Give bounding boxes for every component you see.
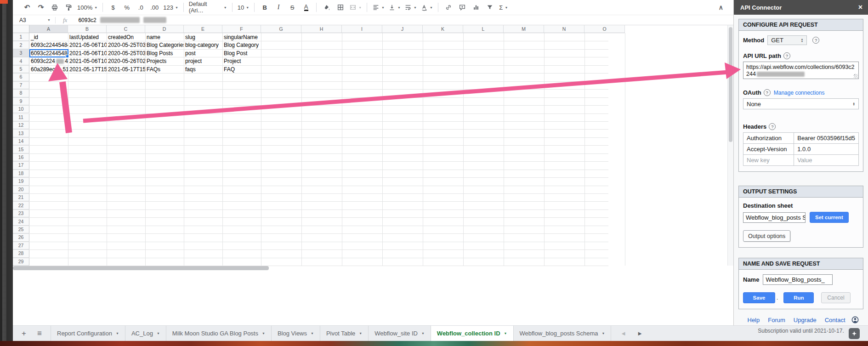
row-header-25[interactable]: 25	[13, 226, 29, 233]
grid-cell[interactable]: FAQs	[145, 65, 184, 73]
bold-button[interactable]: B	[258, 2, 272, 13]
row-header-28[interactable]: 28	[13, 250, 29, 257]
row-header-23[interactable]: 23	[13, 210, 29, 217]
footer-link-upgrade[interactable]: Upgrade	[794, 317, 817, 323]
grid-cell[interactable]: FAQ	[222, 65, 261, 73]
grid-cell[interactable]: 2021-05-06T10:	[68, 41, 107, 49]
tab-pivot-table[interactable]: Pivot Table▼	[320, 326, 369, 341]
row-header-10[interactable]: 10	[13, 105, 29, 113]
format-currency-button[interactable]: $	[106, 2, 120, 13]
tab-webflow-collection-id[interactable]: Webflow_collection ID▼	[431, 326, 514, 341]
create-filter-icon[interactable]	[483, 2, 497, 13]
row-header-15[interactable]: 15	[13, 145, 29, 153]
method-select[interactable]: GET ▲▼	[767, 35, 807, 45]
zoom-button[interactable]: 100%▼	[75, 2, 99, 13]
decrease-decimal-places-button[interactable]: .0	[134, 2, 148, 13]
tab-report-configuration[interactable]: Report Configuration▼	[51, 326, 125, 341]
row-header-9[interactable]: 9	[13, 97, 29, 105]
grid-cell[interactable]: 2020-05-26T02:	[107, 57, 145, 65]
vertical-align-icon[interactable]: ▼	[386, 2, 403, 13]
tab-scroll-right-icon[interactable]: ▶	[635, 331, 644, 336]
tab-blog-views[interactable]: Blog Views▼	[272, 326, 320, 341]
close-icon[interactable]: ×	[858, 3, 862, 11]
tab-webflow-blog-posts-schema[interactable]: Webflow_blog_posts Schema▼	[514, 326, 612, 341]
help-icon[interactable]: ?	[812, 37, 819, 44]
grid-cell[interactable]: _id	[29, 33, 68, 41]
fill-handle[interactable]	[66, 55, 69, 58]
row-header-16[interactable]: 16	[13, 153, 29, 161]
header-value-cell[interactable]: 1.0.0	[794, 144, 859, 155]
column-header-n[interactable]: N	[544, 25, 584, 33]
redo-icon[interactable]: ↷	[34, 2, 48, 13]
italic-button[interactable]: I	[272, 2, 285, 13]
column-header-h[interactable]: H	[301, 25, 342, 33]
tab-webflow-site-id[interactable]: Webflow_site ID▼	[369, 326, 431, 341]
row-header-27[interactable]: 27	[13, 242, 29, 250]
row-header-5[interactable]: 5	[13, 65, 29, 73]
tab-scroll-left-icon[interactable]: ◀	[618, 331, 628, 336]
name-box[interactable]: A3 ▼	[13, 17, 51, 23]
undo-icon[interactable]: ↶	[20, 2, 34, 13]
all-sheets-icon[interactable]: ≡	[35, 329, 44, 338]
grid-cell[interactable]: faqs	[184, 65, 222, 73]
merge-cells-icon[interactable]: ▼	[347, 2, 363, 13]
row-header-1[interactable]: 1	[13, 33, 29, 41]
paint-format-icon[interactable]	[62, 2, 75, 13]
grid-cell[interactable]: 2021-05-17T15:	[107, 65, 145, 73]
functions-button[interactable]: Σ▼	[497, 2, 511, 13]
grid-cell[interactable]: lastUpdated	[68, 33, 107, 41]
column-header-g[interactable]: G	[261, 25, 301, 33]
vertical-scrollbar[interactable]	[729, 27, 732, 142]
header-key-cell[interactable]: New key	[743, 155, 794, 166]
row-header-20[interactable]: 20	[13, 186, 29, 193]
text-rotation-icon[interactable]: ▼	[419, 2, 435, 13]
insert-link-icon[interactable]	[442, 2, 455, 13]
account-icon[interactable]	[851, 316, 859, 323]
set-current-button[interactable]: Set current	[810, 212, 849, 223]
destination-sheet-input[interactable]: Webflow_blog_posts S	[743, 212, 806, 223]
add-sheet-button[interactable]: +	[19, 329, 28, 338]
row-header-13[interactable]: 13	[13, 129, 29, 137]
print-icon[interactable]	[48, 2, 62, 13]
text-wrap-icon[interactable]: ▼	[403, 2, 419, 13]
column-header-b[interactable]: B	[68, 25, 107, 33]
column-header-a[interactable]: A	[29, 25, 68, 33]
vertical-scrollbar-track[interactable]	[727, 25, 733, 266]
row-header-17[interactable]: 17	[13, 161, 29, 169]
row-header-7[interactable]: 7	[13, 81, 29, 89]
run-button[interactable]: Run	[783, 292, 814, 303]
row-header-8[interactable]: 8	[13, 89, 29, 97]
grid-cell[interactable]: 2021-05-17T15:	[68, 65, 107, 73]
column-header-o[interactable]: O	[584, 25, 625, 33]
row-header-14[interactable]: 14	[13, 137, 29, 145]
row-header-18[interactable]: 18	[13, 170, 29, 177]
grid-cell[interactable]: Project	[222, 57, 261, 65]
grid-cell[interactable]: post	[184, 49, 222, 57]
grid-cell[interactable]: 60a289ecc151	[29, 65, 68, 73]
row-header-22[interactable]: 22	[13, 201, 29, 209]
grid-cell[interactable]: 2021-05-06T10:	[68, 49, 107, 57]
header-key-cell[interactable]: Accept-Version	[743, 144, 794, 155]
row-header-29[interactable]: 29	[13, 258, 29, 266]
fill-color-icon[interactable]	[320, 2, 334, 13]
column-header-i[interactable]: I	[342, 25, 382, 33]
formula-input[interactable]: 6093c2	[78, 17, 166, 23]
column-header-f[interactable]: F	[222, 25, 261, 33]
collapse-toolbar-icon[interactable]: ∧	[719, 4, 723, 11]
cancel-button[interactable]: Cancel	[821, 292, 850, 303]
help-icon[interactable]: ?	[769, 123, 776, 130]
grid-cell[interactable]: 2020-05-25T03:	[107, 41, 145, 49]
row-header-11[interactable]: 11	[13, 113, 29, 121]
header-key-cell[interactable]: Authorization	[743, 133, 794, 144]
footer-link-contact[interactable]: Contact	[825, 317, 845, 323]
row-header-24[interactable]: 24	[13, 217, 29, 225]
column-header-m[interactable]: M	[504, 25, 544, 33]
row-header-3[interactable]: 3	[13, 49, 29, 57]
row-header-4[interactable]: 4	[13, 57, 29, 65]
text-color-button[interactable]: A	[299, 2, 313, 13]
help-icon[interactable]: ?	[783, 52, 790, 59]
tab-milk-moon-studio-ga-blog-posts[interactable]: Milk Moon Studio GA Blog Posts▼	[166, 326, 272, 341]
spreadsheet-grid[interactable]: ABCDEFGHIJKLMNO1234567891011121314151617…	[13, 25, 733, 326]
grid-cell[interactable]: 2020-05-25T03:	[107, 49, 145, 57]
help-icon[interactable]: ?	[764, 89, 771, 96]
